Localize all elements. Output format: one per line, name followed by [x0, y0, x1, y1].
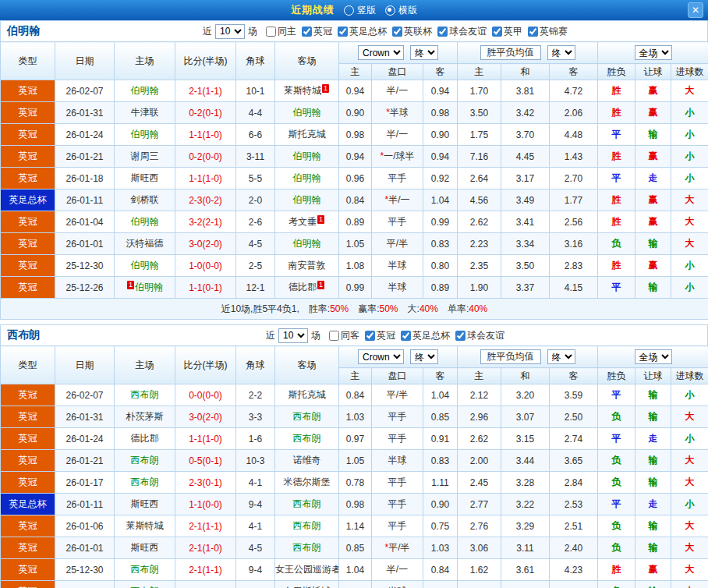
checkbox-input[interactable] [329, 331, 339, 341]
league-badge: 英冠 [1, 277, 55, 299]
odds-handicap: 平手 [372, 211, 423, 233]
avg-away: 2.56 [550, 211, 598, 233]
home-team[interactable]: 1伯明翰 [115, 277, 175, 299]
home-team[interactable]: 伯明翰 [115, 255, 175, 277]
period-select[interactable]: 终 [410, 349, 438, 364]
away-team[interactable]: 米德尔斯堡 [275, 472, 339, 494]
home-team[interactable]: 伯明翰 [115, 80, 175, 102]
checkbox-input[interactable] [392, 27, 402, 37]
match-count-select[interactable]: 10 [278, 328, 308, 343]
home-team[interactable]: 西布朗 [115, 384, 175, 406]
away-team[interactable]: 西布朗 [275, 406, 339, 428]
away-team[interactable]: 西布朗 [275, 537, 339, 559]
away-team[interactable]: 德比郡1 [275, 277, 339, 299]
league-filter-checkbox[interactable]: 英联杯 [392, 25, 432, 38]
home-team[interactable]: 剑桥联 [115, 190, 175, 211]
checkbox-input[interactable] [365, 331, 375, 341]
result-goals: 小 [671, 102, 708, 124]
avg-draw: 3.41 [501, 211, 550, 233]
league-filter-checkbox[interactable]: 英锦赛 [528, 25, 568, 38]
avg-period-select[interactable]: 终 [547, 349, 575, 364]
odds-home: 0.98 [339, 494, 372, 515]
checkbox-input[interactable] [437, 27, 448, 37]
bookmaker-select[interactable]: Crown [358, 349, 404, 364]
home-team[interactable]: 谢周三 [115, 146, 175, 168]
away-team[interactable]: 考文垂1 [275, 211, 339, 233]
away-team[interactable]: 南安普敦 [275, 255, 339, 277]
league-badge: 英冠 [1, 255, 55, 277]
away-team[interactable]: 伯明翰 [275, 168, 339, 190]
table-row: 英冠 26-01-01 沃特福德 3-0(2-0) 4-5 伯明翰 1.05 平… [1, 233, 708, 255]
home-team[interactable]: 伯明翰 [115, 211, 175, 233]
checkbox-input[interactable] [455, 331, 466, 341]
away-team[interactable]: 斯托克城 [275, 124, 339, 146]
league-filter-checkbox[interactable]: 英冠 [365, 329, 395, 342]
away-team[interactable]: 伯明翰 [275, 190, 339, 211]
home-team[interactable]: 斯旺西 [115, 168, 175, 190]
away-team[interactable]: 布里斯托城 [275, 581, 339, 588]
home-team[interactable]: 伯明翰 [115, 124, 175, 146]
checkbox-input[interactable] [528, 27, 538, 37]
view-option-label: 横版 [398, 4, 417, 17]
period-select[interactable]: 终 [410, 45, 438, 60]
away-team[interactable]: 伯明翰 [275, 146, 339, 168]
score: 1-1(0-1) [175, 277, 236, 299]
home-team[interactable]: 西布朗 [115, 559, 175, 581]
match-count-select[interactable]: 10 [215, 24, 245, 39]
avg-draw: 3.49 [501, 190, 550, 211]
away-team[interactable]: 伯明翰 [275, 233, 339, 255]
odds-away: 0.94 [423, 80, 458, 102]
league-filter-checkbox[interactable]: 英甲 [492, 25, 522, 38]
league-filter-checkbox[interactable]: 同客 [329, 329, 359, 342]
home-team[interactable]: 西布朗 [115, 450, 175, 472]
corner-count: 10-1 [236, 80, 275, 102]
view-option-horizontal[interactable]: 横版 [385, 4, 417, 17]
home-team[interactable]: 牛津联 [115, 102, 175, 124]
away-team[interactable]: 西布朗 [275, 428, 339, 450]
corner-count: 4-4 [236, 102, 275, 124]
checkbox-input[interactable] [401, 331, 411, 341]
home-team[interactable]: 西布朗 [115, 472, 175, 494]
home-team[interactable]: 朴茨茅斯 [115, 406, 175, 428]
away-team[interactable]: 女王公园巡游者 [275, 559, 339, 581]
home-team[interactable]: 西布朗 [115, 581, 175, 588]
avg-away: 4.72 [550, 80, 598, 102]
home-team[interactable]: 莱斯特城 [115, 515, 175, 537]
corner-count: 2-5 [236, 255, 275, 277]
view-option-vertical[interactable]: 竖版 [344, 4, 376, 17]
scope-select[interactable]: 全场 [635, 349, 672, 364]
away-team[interactable]: 诺维奇 [275, 450, 339, 472]
col-handicap-result: 让球 [635, 368, 671, 384]
bookmaker-select[interactable]: Crown [358, 45, 404, 60]
away-team[interactable]: 西布朗 [275, 494, 339, 515]
avg-home: 1.62 [458, 559, 501, 581]
avg-period-select[interactable]: 终 [547, 45, 575, 60]
scope-select[interactable]: 全场 [635, 45, 672, 60]
league-filter-checkbox[interactable]: 英冠 [302, 25, 332, 38]
summary-stat-value: 50% [380, 303, 398, 314]
home-team[interactable]: 沃特福德 [115, 233, 175, 255]
checkbox-input[interactable] [338, 27, 348, 37]
odds-handicap: 平手 [372, 515, 423, 537]
home-team[interactable]: 斯旺西 [115, 537, 175, 559]
odds-away: 0.98 [423, 102, 458, 124]
league-filter-checkbox[interactable]: 球会友谊 [437, 25, 487, 38]
away-team[interactable]: 莱斯特城1 [275, 80, 339, 102]
away-team[interactable]: 斯托克城 [275, 384, 339, 406]
checkbox-input[interactable] [302, 27, 312, 37]
result-handicap: 输 [635, 472, 671, 494]
league-filter-checkbox[interactable]: 英足总杯 [338, 25, 387, 38]
home-team[interactable]: 德比郡 [115, 428, 175, 450]
checkbox-input[interactable] [492, 27, 502, 37]
away-team[interactable]: 西布朗 [275, 515, 339, 537]
match-date: 26-02-07 [55, 80, 115, 102]
corner-count: 3-11 [236, 146, 275, 168]
close-button[interactable]: ✕ [688, 2, 703, 18]
checkbox-input[interactable] [266, 27, 276, 37]
away-team[interactable]: 伯明翰 [275, 102, 339, 124]
league-filter-checkbox[interactable]: 同主 [266, 25, 296, 38]
home-team[interactable]: 斯旺西 [115, 494, 175, 515]
league-filter-checkbox[interactable]: 球会友谊 [455, 329, 504, 342]
col-home: 主场 [115, 346, 175, 384]
league-filter-checkbox[interactable]: 英足总杯 [401, 329, 450, 342]
